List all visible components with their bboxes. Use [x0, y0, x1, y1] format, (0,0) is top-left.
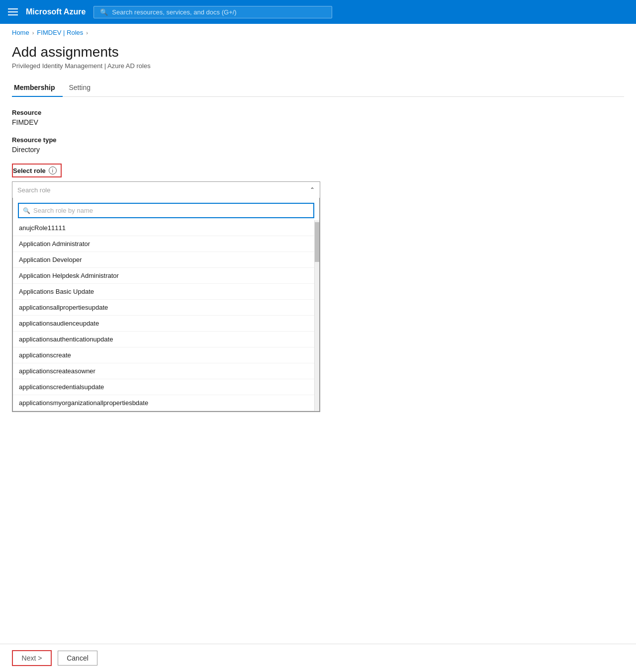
- dropdown-list-wrap: anujcRole11111Application AdministratorA…: [13, 220, 319, 411]
- list-item[interactable]: Applications Basic Update: [13, 284, 314, 300]
- hamburger-menu[interactable]: [8, 8, 18, 15]
- main-content: Add assignments Privileged Identity Mana…: [0, 38, 636, 464]
- breadcrumb-home[interactable]: Home: [12, 29, 29, 36]
- dropdown-search-input[interactable]: [33, 207, 309, 214]
- topbar: Microsoft Azure 🔍: [0, 0, 636, 24]
- resource-value: FIMDEV: [12, 118, 624, 126]
- list-item[interactable]: applicationsauthenticationupdate: [13, 332, 314, 347]
- list-item[interactable]: applicationscreate: [13, 347, 314, 363]
- resource-type-label: Resource type: [12, 136, 624, 144]
- select-role-label: Select role: [13, 167, 46, 174]
- resource-type-value: Directory: [12, 146, 624, 154]
- breadcrumb: Home › FIMDEV | Roles ›: [0, 24, 636, 38]
- dropdown-placeholder: Search role: [17, 186, 50, 194]
- resource-section: Resource FIMDEV: [12, 109, 624, 126]
- breadcrumb-sep-1: ›: [32, 30, 34, 36]
- tab-membership[interactable]: Membership: [12, 80, 63, 96]
- list-item[interactable]: applicationscreateasowner: [13, 363, 314, 379]
- role-dropdown[interactable]: Search role ⌃ 🔍 anujcRole11111Applicatio…: [12, 181, 320, 412]
- list-item[interactable]: applicationsaudienceupdate: [13, 316, 314, 332]
- tab-setting[interactable]: Setting: [67, 80, 98, 96]
- role-list: anujcRole11111Application AdministratorA…: [13, 220, 314, 411]
- page-title: Add assignments: [12, 44, 624, 60]
- scrollbar-track[interactable]: [314, 220, 319, 411]
- list-item[interactable]: Application Administrator: [13, 236, 314, 252]
- page-subtitle: Privileged Identity Management | Azure A…: [12, 62, 624, 70]
- info-icon[interactable]: i: [49, 167, 57, 174]
- resource-label: Resource: [12, 109, 624, 116]
- dropdown-search-container[interactable]: 🔍: [18, 203, 314, 218]
- search-input[interactable]: [112, 8, 326, 16]
- breadcrumb-fimdev[interactable]: FIMDEV | Roles: [37, 29, 83, 36]
- tabs-container: Membership Setting: [12, 80, 624, 97]
- list-item[interactable]: Application Developer: [13, 252, 314, 268]
- chevron-up-icon: ⌃: [310, 186, 315, 193]
- list-item[interactable]: Application Helpdesk Administrator: [13, 268, 314, 284]
- breadcrumb-sep-2: ›: [86, 30, 88, 36]
- resource-type-section: Resource type Directory: [12, 136, 624, 154]
- search-icon: 🔍: [100, 8, 108, 16]
- list-item[interactable]: anujcRole11111: [13, 220, 314, 236]
- list-item[interactable]: applicationsallpropertiesupdate: [13, 300, 314, 316]
- dropdown-trigger[interactable]: Search role ⌃: [12, 182, 320, 198]
- app-title: Microsoft Azure: [26, 7, 86, 16]
- list-item[interactable]: applicationscredentialsupdate: [13, 379, 314, 395]
- dropdown-panel: 🔍 anujcRole11111Application Administrato…: [12, 198, 320, 412]
- dropdown-search-icon: 🔍: [23, 207, 30, 214]
- scrollbar-thumb: [315, 222, 319, 262]
- select-role-label-container: Select role i: [12, 164, 62, 177]
- global-search[interactable]: 🔍: [93, 6, 332, 18]
- list-item[interactable]: applicationsmyorganizationallpropertiesb…: [13, 395, 314, 411]
